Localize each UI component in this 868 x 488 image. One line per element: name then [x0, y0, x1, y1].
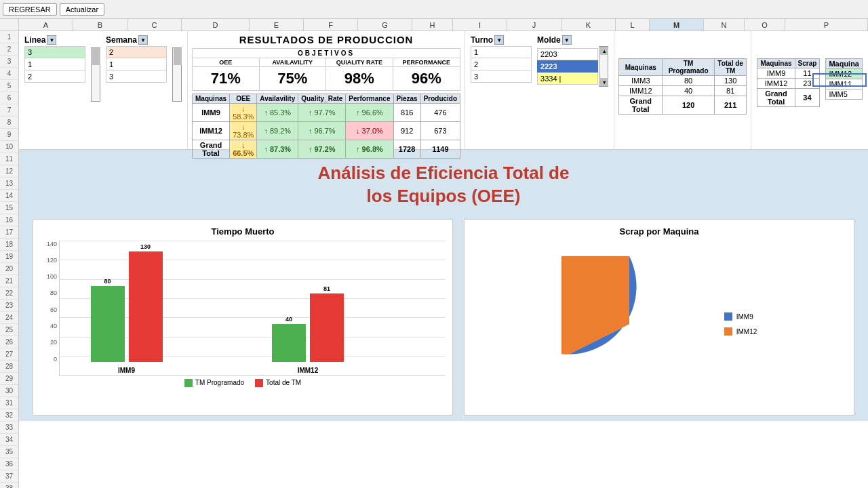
row-9: 9: [0, 129, 18, 141]
oee-grand-total: ↓ 66.5%: [230, 140, 257, 159]
semana-scroll-thumb[interactable]: [174, 48, 182, 65]
semana-item-3[interactable]: 3: [106, 70, 167, 83]
producido-grand-total: 1149: [420, 140, 460, 159]
row-37: 37: [0, 470, 18, 483]
oee-imm12: ↓ 73.8%: [230, 122, 257, 140]
semana-dropdown-icon[interactable]: ▼: [138, 35, 148, 45]
row-15: 15: [0, 202, 18, 214]
linea-dropdown-icon[interactable]: ▼: [47, 35, 56, 45]
pie-legend-label-imm12: IMM12: [736, 328, 757, 336]
avail-imm9: ↑ 85.3%: [257, 104, 298, 122]
quality-imm9: ↑ 97.7%: [298, 104, 346, 122]
x-label-imm9: IMM9: [91, 367, 163, 374]
linea-item-1[interactable]: 3: [24, 46, 85, 58]
turno-item-2[interactable]: 2: [471, 58, 532, 70]
th-producido: Producido: [420, 94, 460, 104]
y-axis: 140 120 100 80 60 40 20 0: [40, 241, 59, 376]
pie-svg: [561, 256, 697, 392]
table-row: IMM12 40 81: [619, 86, 747, 96]
turno-item-3[interactable]: 3: [471, 70, 532, 83]
turno-item-1[interactable]: 1: [471, 46, 532, 58]
maquina-imm12: IMM12: [193, 122, 230, 140]
y-label-80: 80: [50, 289, 57, 296]
col-j: J: [507, 19, 561, 30]
th-oee: OEE: [230, 94, 257, 104]
scrap-maquina-imm9: IMM9: [757, 68, 795, 79]
maquina-item-imm5[interactable]: IMM5: [825, 89, 863, 100]
row-30: 30: [0, 385, 18, 397]
col-m: M: [650, 19, 704, 30]
filters-panel: Linea ▼ 3 1 2: [19, 31, 188, 149]
legend-label-programado: TM Programado: [195, 379, 244, 386]
row-12: 12: [0, 165, 18, 178]
molde-item-2203[interactable]: 2203: [537, 48, 598, 60]
table-row: IMM3 80 130: [619, 76, 747, 86]
linea-item-2[interactable]: 1: [24, 58, 85, 70]
molde-scroll-up[interactable]: ▲: [600, 47, 608, 55]
row-numbers: 1 2 3 4 5 6 7 8 9 10 11 12 13 14 15 16 1…: [0, 31, 19, 488]
perf-grand-total: ↑ 96.8%: [346, 140, 393, 159]
semana-label: Semana: [106, 35, 137, 45]
obj-perf-label: PERFORMANCE: [393, 58, 460, 67]
bar-group-imm12: 40 81: [272, 285, 344, 362]
bar-value-imm12-prog: 40: [285, 316, 292, 323]
maquina-imm9: IMM9: [193, 104, 230, 122]
corner-cell: [0, 19, 19, 30]
bar-imm9-programado: 80: [91, 278, 125, 362]
col-f: F: [304, 19, 358, 30]
pie-legend-imm9: IMM9: [724, 312, 757, 321]
table-row: Grand Total 120 211: [619, 96, 747, 115]
row-22: 22: [0, 287, 18, 300]
th-piezas: Piezas: [393, 94, 420, 104]
obj-perf-value: 96%: [393, 67, 460, 90]
y-label-0: 0: [54, 356, 57, 363]
scrap-table-wrapper: Maquinas Scrap IMM9 11: [754, 34, 823, 146]
pie-legend-imm12: IMM12: [724, 327, 757, 336]
tm-grand-total: 211: [714, 96, 747, 115]
main-content-panel: RESULTADOS DE PRODUCCION OBJETIVOS OEE 7…: [188, 31, 465, 149]
table-row: Grand Total ↓ 66.5% ↑ 87.3% ↑ 97.2% ↑ 96…: [193, 140, 460, 159]
y-label-140: 140: [47, 241, 57, 247]
quality-imm12: ↑ 96.7%: [298, 122, 346, 140]
linea-scroll-thumb[interactable]: [92, 48, 100, 65]
bar-rect-imm12-total: [310, 293, 344, 362]
semana-item-1[interactable]: 2: [106, 46, 167, 58]
th-perf: Performance: [346, 94, 393, 104]
semana-item-2[interactable]: 1: [106, 58, 167, 70]
turno-filter-icon[interactable]: ▼: [494, 35, 504, 45]
maquina-list-wrapper: Maquina IMM12 IMM11 IMM5: [823, 58, 865, 146]
oee-title-line1: Análisis de Eficiencia Total de: [318, 163, 570, 183]
molde-filter-icon[interactable]: ▼: [562, 35, 572, 45]
piezas-imm9: 816: [393, 104, 420, 122]
maquina-header: Maquina: [825, 58, 863, 69]
linea-item-3[interactable]: 2: [24, 70, 85, 83]
row-13: 13: [0, 178, 18, 190]
linea-scrollbar: [91, 47, 100, 102]
scrap-th-maquinas: Maquinas: [757, 59, 795, 68]
avail-grand-total: ↑ 87.3%: [257, 140, 298, 159]
tm-programado-imm3: 80: [663, 76, 714, 86]
tm-grand-programado: 120: [663, 96, 714, 115]
tm-total-imm12: 81: [714, 86, 747, 96]
pie-legend-color-imm12: [724, 327, 732, 336]
x-label-imm12: IMM12: [272, 367, 344, 374]
col-e: E: [250, 19, 304, 30]
molde-scroll-down[interactable]: ▼: [600, 78, 608, 86]
scrap-table: Maquinas Scrap IMM9 11: [757, 58, 820, 107]
bar-group-imm9: 80 130: [91, 243, 163, 362]
obj-avail-value: 75%: [260, 67, 326, 90]
col-k: K: [561, 19, 616, 30]
molde-filter: Molde ▼ 2203 2223 3334 |: [537, 35, 608, 145]
molde-item-2223-selected[interactable]: 2223: [537, 60, 598, 73]
molde-item-3334[interactable]: 3334 |: [537, 73, 598, 85]
actualizar-button[interactable]: Actualizar: [60, 3, 104, 16]
producido-imm12: 673: [420, 122, 460, 140]
tm-total-imm3: 130: [714, 76, 747, 86]
row-4: 4: [0, 68, 18, 80]
bar-plot-area: 80 130: [59, 241, 446, 376]
tm-programado-imm12: 40: [663, 86, 714, 96]
regresar-button[interactable]: REGRESAR: [3, 3, 57, 16]
row-23: 23: [0, 300, 18, 312]
row-3: 3: [0, 56, 18, 68]
pie-chart-title: Scrap por Maquina: [471, 226, 847, 237]
